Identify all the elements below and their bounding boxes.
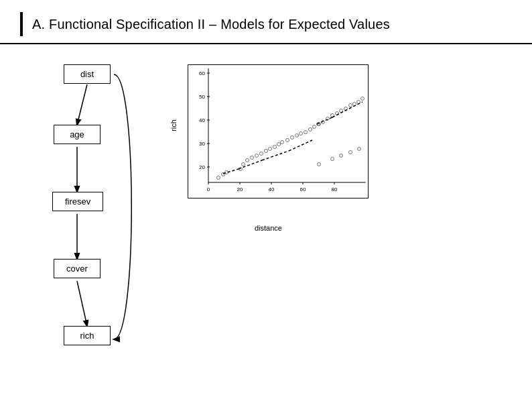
svg-point-61 — [340, 154, 343, 158]
svg-text:40: 40 — [199, 117, 205, 123]
svg-point-63 — [358, 148, 361, 151]
plot-svg: 60 50 40 30 20 0 20 40 — [188, 65, 369, 198]
svg-point-47 — [300, 132, 303, 135]
svg-point-32 — [277, 143, 281, 146]
svg-text:50: 50 — [199, 94, 205, 100]
node-rich: rich — [64, 326, 111, 345]
title-accent — [20, 12, 23, 36]
dag-diagram: dist age firesev cover rich — [27, 58, 147, 366]
svg-point-45 — [265, 150, 268, 153]
svg-point-33 — [273, 146, 277, 149]
svg-line-3 — [77, 281, 87, 326]
svg-text:60: 60 — [199, 70, 205, 76]
svg-text:30: 30 — [199, 141, 205, 147]
svg-text:0: 0 — [207, 186, 210, 192]
svg-point-54 — [349, 104, 352, 107]
node-cover: cover — [54, 259, 101, 278]
dag-arrows — [27, 58, 147, 366]
svg-point-30 — [260, 152, 263, 156]
page-container: A. Functional Specification II – Models … — [0, 0, 532, 399]
svg-point-26 — [242, 163, 245, 166]
svg-point-43 — [217, 176, 220, 180]
svg-point-44 — [255, 154, 259, 158]
svg-text:40: 40 — [269, 186, 275, 192]
node-firesev: firesev — [52, 192, 103, 211]
svg-text:20: 20 — [199, 164, 205, 170]
svg-point-46 — [291, 136, 294, 139]
svg-line-65 — [239, 160, 262, 169]
y-axis-label: rich — [170, 119, 178, 131]
svg-text:80: 80 — [332, 186, 338, 192]
svg-point-37 — [304, 131, 308, 134]
svg-point-35 — [286, 139, 289, 142]
svg-text:60: 60 — [300, 186, 306, 192]
svg-point-58 — [361, 97, 364, 101]
svg-point-55 — [353, 103, 356, 106]
title-section: A. Functional Specification II – Models … — [0, 0, 532, 44]
svg-point-34 — [281, 141, 284, 144]
svg-point-40 — [309, 128, 312, 131]
svg-point-62 — [349, 151, 352, 154]
main-content: dist age firesev cover rich rich 60 50 — [0, 51, 532, 373]
svg-point-27 — [246, 159, 249, 162]
page-title: A. Functional Specification II – Models … — [32, 17, 390, 32]
x-axis-label: distance — [255, 224, 282, 232]
svg-line-69 — [332, 109, 349, 117]
svg-line-67 — [289, 140, 312, 151]
svg-text:20: 20 — [237, 186, 243, 192]
svg-point-36 — [295, 134, 299, 137]
node-age: age — [54, 125, 101, 144]
svg-point-31 — [269, 148, 272, 151]
plot-area: 60 50 40 30 20 0 20 40 — [188, 64, 369, 198]
svg-point-38 — [313, 125, 316, 129]
svg-point-59 — [318, 163, 321, 166]
svg-line-0 — [77, 84, 87, 125]
svg-point-60 — [331, 158, 334, 161]
node-dist: dist — [64, 64, 111, 84]
scatter-plot: rich 60 50 40 30 20 — [168, 58, 382, 232]
svg-line-68 — [317, 117, 332, 124]
svg-point-29 — [251, 156, 254, 160]
